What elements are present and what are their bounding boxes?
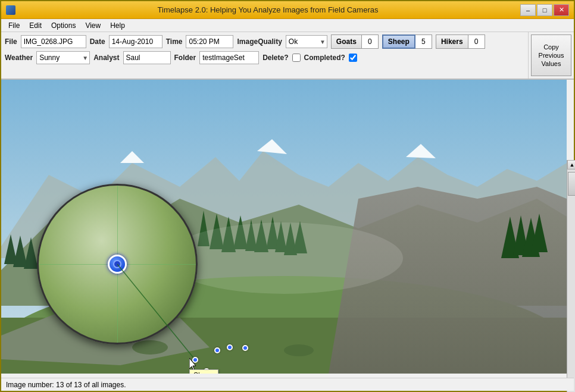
maximize-button[interactable]: □ (537, 4, 552, 16)
file-value: IMG_0268.JPG (21, 35, 86, 48)
menu-edit[interactable]: Edit (24, 20, 46, 31)
sheep-counter: Sheep 5 (382, 35, 432, 49)
magnifier-inner-dot (113, 260, 121, 268)
menubar: File Edit Options View Help (1, 19, 574, 32)
statusbar-total: 13 (74, 381, 82, 389)
copy-prev-section: Copy Previous Values (528, 32, 574, 79)
statusbar-label: Image number: (6, 381, 54, 389)
goats-count: 0 (362, 35, 379, 49)
scroll-up-button[interactable]: ▲ (567, 160, 575, 170)
quality-select-wrapper: Ok Poor Good ▼ (286, 35, 327, 48)
menu-view[interactable]: View (80, 20, 105, 31)
delete-label: Delete? (262, 54, 288, 62)
copy-previous-values-button[interactable]: Copy Previous Values (531, 35, 571, 76)
close-button[interactable]: ✕ (554, 4, 569, 16)
magnifier-target-dot (108, 255, 127, 274)
scroll-thumb[interactable] (568, 172, 575, 196)
menu-options[interactable]: Options (46, 20, 80, 31)
annotation-point-2[interactable] (214, 347, 220, 353)
weather-select[interactable]: Sunny Cloudy Rain Snow (36, 51, 90, 64)
menu-help[interactable]: Help (105, 20, 130, 31)
time-label: Time (166, 37, 183, 46)
toolbar: File IMG_0268.JPG Date 14-Aug-2010 Time … (1, 32, 574, 80)
completed-checkbox[interactable] (349, 54, 357, 62)
annotation-point-3[interactable] (227, 344, 233, 350)
date-input[interactable]: 14-Aug-2010 (109, 35, 162, 48)
quality-label: ImageQuality (237, 37, 282, 46)
weather-label: Weather (5, 54, 33, 62)
annotation-point-4[interactable] (242, 345, 248, 351)
svg-point-27 (132, 340, 168, 355)
date-label: Date (90, 37, 105, 46)
weather-select-wrapper: Sunny Cloudy Rain Snow ▼ (36, 51, 90, 64)
main-content: Sheep ▲ ▼ (1, 80, 575, 374)
svg-point-30 (165, 222, 403, 294)
analyst-label: Analyst (93, 54, 119, 62)
statusbar-of: of (66, 381, 72, 389)
vertical-scrollbar[interactable]: ▲ ▼ (567, 160, 575, 392)
hikers-counter: Hikers 0 (436, 35, 485, 49)
window-controls: – □ ✕ (520, 4, 569, 16)
magnifier-circle (37, 184, 198, 344)
folder-label: Folder (174, 54, 196, 62)
file-label: File (5, 37, 17, 46)
hikers-count: 0 (468, 35, 485, 49)
sheep-count: 5 (415, 35, 432, 49)
image-canvas[interactable]: Sheep (1, 80, 567, 374)
sheep-button[interactable]: Sheep (382, 35, 415, 49)
titlebar-left (6, 5, 15, 15)
quality-select[interactable]: Ok Poor Good (286, 35, 327, 48)
statusbar-current: 13 (56, 381, 64, 389)
svg-point-29 (284, 344, 314, 356)
statusbar-suffix: of all images. (84, 381, 126, 389)
menu-file[interactable]: File (4, 20, 24, 31)
annotation-point-1[interactable] (192, 357, 198, 363)
analyst-input[interactable]: Saul (123, 51, 171, 64)
annotation-point-5[interactable] (204, 368, 210, 374)
window-title: Timelapse 2.0: Helping You Analyze Image… (15, 5, 520, 14)
titlebar: Timelapse 2.0: Helping You Analyze Image… (1, 1, 574, 19)
goats-button[interactable]: Goats (331, 35, 362, 49)
completed-label: Completed? (304, 54, 345, 62)
app-icon (6, 5, 15, 15)
folder-value: testImageSet (199, 51, 259, 64)
hikers-button[interactable]: Hikers (436, 35, 468, 49)
toolbar-fields: File IMG_0268.JPG Date 14-Aug-2010 Time … (1, 32, 528, 79)
time-input[interactable]: 05:20 PM (186, 35, 233, 48)
delete-checkbox[interactable] (292, 54, 301, 62)
statusbar: Image number: 13 of 13 of all images. (1, 378, 574, 391)
minimize-button[interactable]: – (520, 4, 536, 16)
goats-counter: Goats 0 (331, 35, 379, 49)
